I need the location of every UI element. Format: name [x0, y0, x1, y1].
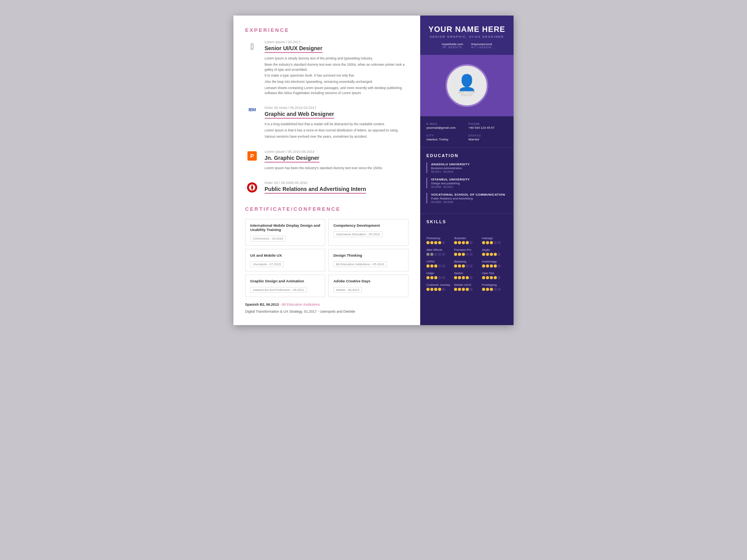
skill-name-3: After Effects [426, 248, 452, 252]
edu-degree-0: Business Administration [431, 166, 507, 170]
dot-3-4 [442, 253, 445, 256]
dot-1-0 [454, 241, 457, 244]
dot-6-4 [442, 264, 445, 268]
right-header: YOUR NAME HERE SENIOR GRAPHIC, UI/UX DES… [420, 16, 514, 55]
skill-name-13: Mobile UI/UX [454, 283, 479, 287]
dot-7-4 [470, 264, 473, 268]
cert-badge-2: Userspots - 07.2015 [250, 261, 284, 267]
skill-item-10: Sketch [454, 271, 479, 279]
website-label: MY WEBSITE [443, 46, 463, 49]
cert-card-3: Design Thinking Bil Education Institutio… [328, 249, 409, 271]
skill-dots-6 [426, 264, 452, 268]
photo-area: 👤 ADD YOURPHOTO [420, 55, 514, 116]
skill-name-12: Customer Journey [426, 283, 452, 287]
edu-school-0: ANADOLU UNIVERSITY [431, 163, 507, 166]
dot-8-1 [486, 264, 489, 268]
job-payoneer-desc: Lorem Ipsum has been the industry's stan… [265, 166, 409, 171]
dot-0-2 [434, 241, 437, 244]
dot-13-2 [462, 288, 465, 291]
candidate-subtitle: SENIOR GRAPHIC, UI/UX DESGINER [426, 35, 507, 38]
dot-5-4 [498, 253, 501, 256]
skill-item-1: Illustrator [454, 236, 479, 244]
skill-item-14: Prototyping [482, 283, 507, 291]
skill-name-10: Sketch [454, 271, 479, 275]
dot-4-0 [454, 253, 457, 256]
website-url: mywebsite.com [442, 42, 463, 46]
dot-13-1 [458, 288, 461, 291]
job-apple:  Lorem Ipsum / 03.2017 - ... Senior UI/… [245, 40, 409, 96]
contact-grid: E-MAIL yourmail@gmail.com PHONE +90 534 … [420, 116, 514, 148]
dot-13-4 [470, 288, 473, 291]
dot-7-3 [466, 264, 469, 268]
skill-dots-4 [454, 253, 479, 256]
skill-item-2: Indesign [482, 236, 507, 244]
cert-card-0: International Mobile Display Design and … [245, 219, 325, 246]
skill-dots-7 [454, 264, 479, 268]
cert-badge-3: Bil Education Institutions - 05.2016 [333, 261, 387, 267]
cert-card-4: Graphic Design and Animation Istanbul Ar… [245, 275, 325, 297]
dot-8-0 [482, 264, 485, 268]
cert-name-5: Adobe Creative Days [333, 279, 403, 283]
job-ibm: IBM Dolor Sit Amet / 09.2014-03.2017 Gra… [245, 106, 409, 140]
skill-item-11: User Test [482, 271, 507, 279]
avatar-icon: 👤 [457, 75, 477, 90]
dot-0-4 [442, 241, 445, 244]
skill-item-12: Customer Journey [426, 283, 452, 291]
payoneer-logo: P [245, 151, 259, 161]
job-airline-title: Public Relations and Advertising Intern [265, 186, 366, 194]
dot-3-2 [434, 253, 437, 256]
edu-degree-1: Design and publishing [431, 182, 507, 185]
edu-degree-2: Public Relations and Advertising [431, 197, 507, 200]
skill-name-5: Zeplin [482, 248, 507, 252]
skill-item-0: Photoshop [426, 236, 452, 244]
cert-card-1: Competency Development Submarine Educati… [328, 219, 409, 246]
skill-name-8: Invisionapp [482, 260, 507, 263]
dot-5-2 [490, 253, 493, 256]
skill-item-3: After Effects [426, 248, 452, 256]
job-payoneer: P Lorem Ipsum / 05.2010-09.2014 Jn. Grap… [245, 150, 409, 172]
dot-10-0 [454, 276, 457, 279]
dot-2-3 [494, 241, 497, 244]
digital-transform: Digital Transformation & UX Strategy, 01… [245, 310, 409, 313]
skills-title: SKILLS [426, 219, 507, 224]
dot-7-1 [458, 264, 461, 268]
skill-dots-11 [482, 276, 507, 279]
dot-3-3 [438, 253, 441, 256]
skill-name-1: Illustrator [454, 236, 479, 240]
skill-name-4: Premiere Pro [454, 248, 479, 252]
email-label: E-MAIL [426, 122, 465, 125]
dot-1-2 [462, 241, 465, 244]
phone-value: +90 534 123 45 67 [468, 126, 507, 130]
dot-10-4 [470, 276, 473, 279]
linkedin-link[interactable]: /in/youraccount MY LINKEDIN [471, 42, 492, 49]
left-panel: EXPERIENCE  Lorem Ipsum / 03.2017 - ...… [233, 16, 420, 325]
edu-years-2: 09.2005 - 06.2009 [431, 201, 507, 203]
dot-12-1 [430, 288, 433, 291]
skill-item-9: Hotjar [426, 271, 452, 279]
website-link[interactable]: mywebsite.com MY WEBSITE [442, 42, 463, 49]
dot-5-3 [494, 253, 497, 256]
dot-14-3 [494, 288, 497, 291]
job-ibm-meta: Dolor Sit Amet / 09.2014-03.2017 [265, 106, 409, 110]
job-ibm-title: Graphic and Web Designer [265, 111, 334, 119]
skill-name-11: User Test [482, 271, 507, 275]
candidate-name: YOUR NAME HERE [426, 25, 507, 34]
job-ibm-desc: It is a long established fact that a rea… [265, 122, 409, 139]
linkedin-label: MY LINKEDIN [471, 46, 491, 49]
dot-0-1 [430, 241, 433, 244]
dot-2-1 [486, 241, 489, 244]
dot-4-4 [470, 253, 473, 256]
resume-wrapper: EXPERIENCE  Lorem Ipsum / 03.2017 - ...… [233, 16, 514, 325]
dot-11-0 [482, 276, 485, 279]
airline-logo [245, 182, 259, 192]
edu-school-1: ISTANBUL UNIVERSITY [431, 178, 507, 181]
city-value: Istanbul, Turkey [426, 138, 465, 141]
skill-dots-0 [426, 241, 452, 244]
cert-name-2: UX and Mobile UX [250, 253, 320, 257]
dot-11-1 [486, 276, 489, 279]
skill-dots-1 [454, 241, 479, 244]
dot-6-1 [430, 264, 433, 268]
dot-12-3 [438, 288, 441, 291]
dot-11-3 [494, 276, 497, 279]
skill-dots-12 [426, 288, 452, 291]
